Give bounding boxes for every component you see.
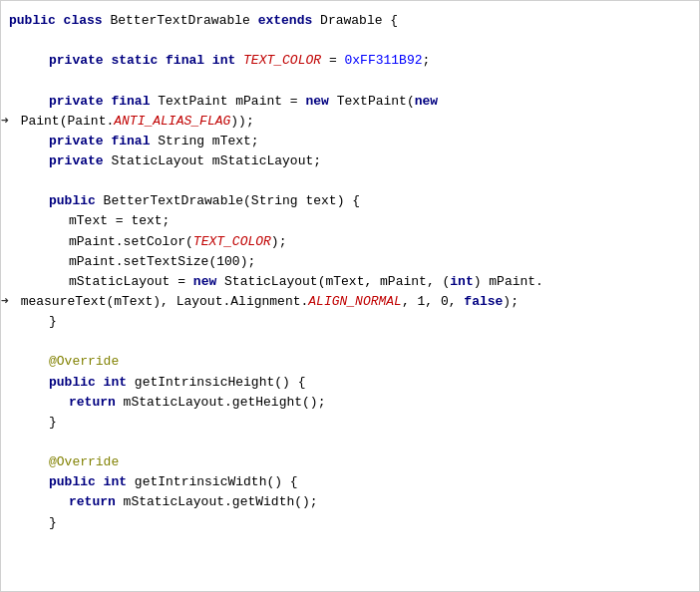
code-line-17: public int getIntrinsicHeight() { <box>1 373 699 393</box>
keyword-static: static <box>111 51 166 71</box>
code-line-5b: ➜ Paint(Paint.ANTI_ALIAS_FLAG)); <box>1 112 699 132</box>
code-editor: public class BetterTextDrawable extends … <box>0 0 700 592</box>
wrap-arrow-2: ➜ <box>1 292 21 312</box>
hex-value: 0xFF311B92 <box>344 51 422 71</box>
code-line-13a: mStaticLayout = new StaticLayout(mText, … <box>1 272 699 292</box>
code-line-16: @Override <box>1 352 699 372</box>
punct-end: ); <box>503 292 519 312</box>
keyword-int2: int <box>104 373 135 393</box>
code-line-11: mPaint.setColor(TEXT_COLOR); <box>1 232 699 252</box>
keyword-final: final <box>166 51 212 71</box>
brace-close1: } <box>49 312 57 332</box>
code-line-18: return mStaticLayout.getHeight(); <box>1 393 699 413</box>
code-line-9: public BetterTextDrawable(String text) { <box>1 191 699 211</box>
code-line-15 <box>1 332 699 352</box>
punct-close: )); <box>230 112 253 132</box>
code-line-21: @Override <box>1 452 699 472</box>
const-text-color2: TEXT_COLOR <box>193 232 271 252</box>
keyword-private4: private <box>49 151 111 171</box>
stmt-measure: measureText(mText), Layout.Alignment. <box>21 292 309 312</box>
stmt-settextsize: mPaint.setTextSize(100); <box>69 252 255 272</box>
code-line-8 <box>1 171 699 191</box>
wrap-arrow-1: ➜ <box>1 112 21 132</box>
keyword-return1: return <box>69 393 124 413</box>
code-line-19: } <box>1 413 699 433</box>
code-line-2 <box>1 31 699 51</box>
keyword-final2: final <box>111 132 158 151</box>
code-line-14: } <box>1 312 699 332</box>
keyword-public3: public <box>49 373 104 393</box>
keyword-final: final <box>111 92 158 112</box>
keyword-public4: public <box>49 472 104 492</box>
type-staticlayout: StaticLayout mStaticLayout; <box>111 151 321 171</box>
keyword-private2: private <box>49 92 111 112</box>
textpaint-call: TextPaint( <box>337 92 415 112</box>
brace-close2: } <box>49 413 57 433</box>
method-width: getIntrinsicWidth() { <box>135 472 298 492</box>
stmt-mtext: mText = text; <box>69 211 170 231</box>
code-line-10: mText = text; <box>1 211 699 231</box>
stmt-getwidth: mStaticLayout.getWidth(); <box>124 492 318 512</box>
code-line-5a: private final TextPaint mPaint = new Tex… <box>1 92 699 112</box>
punct-semi: ; <box>423 51 431 71</box>
keyword-int3: int <box>104 472 135 492</box>
cast-int: int <box>450 272 473 292</box>
paint-call: Paint(Paint. <box>21 112 115 132</box>
const-align-normal: ALIGN_NORMAL <box>308 292 402 312</box>
code-line-7: private StaticLayout mStaticLayout; <box>1 151 699 171</box>
code-line-13b: ➜ measureText(mText), Layout.Alignment.A… <box>1 292 699 312</box>
code-line-1: public class BetterTextDrawable extends … <box>1 11 699 31</box>
annotation-override2: @Override <box>49 452 119 472</box>
punct-params: , 1, 0, <box>402 292 464 312</box>
bool-false: false <box>464 292 503 312</box>
staticlayout-call: StaticLayout(mText, mPaint, ( <box>224 272 450 292</box>
type-string: String mText; <box>158 132 258 151</box>
const-text-color: TEXT_COLOR <box>243 51 321 71</box>
keyword-return2: return <box>69 492 124 512</box>
stmt-staticlayout: mStaticLayout = <box>69 272 193 292</box>
stmt-setcolor: mPaint.setColor( <box>69 232 193 252</box>
type-textpaint: TextPaint mPaint = <box>158 92 305 112</box>
brace-close3: } <box>49 513 57 533</box>
code-line-24: } <box>1 513 699 533</box>
extends-class: Drawable { <box>320 11 398 31</box>
stmt-getheight: mStaticLayout.getHeight(); <box>124 393 326 413</box>
cast-close: ) mPaint. <box>474 272 543 292</box>
code-line-23: return mStaticLayout.getWidth(); <box>1 492 699 512</box>
punct-semi2: ); <box>271 232 287 252</box>
method-height: getIntrinsicHeight() { <box>135 373 306 393</box>
annotation-override1: @Override <box>49 352 119 372</box>
keyword-new: new <box>305 92 336 112</box>
classname: BetterTextDrawable <box>110 11 257 31</box>
const-anti-alias: ANTI_ALIAS_FLAG <box>114 112 230 132</box>
code-line-3: private static final int TEXT_COLOR = 0x… <box>1 51 699 71</box>
code-line-20 <box>1 433 699 452</box>
keyword-new2: new <box>415 92 438 112</box>
keyword-new3: new <box>193 272 224 292</box>
code-line-4 <box>1 71 699 91</box>
keyword-extends: extends <box>258 11 320 31</box>
keyword-private3: private <box>49 132 111 151</box>
keyword-class: class <box>64 11 111 31</box>
code-line-6: private final String mText; <box>1 132 699 151</box>
keyword-public: public <box>9 11 64 31</box>
keyword-private: private <box>49 51 111 71</box>
punct-assign: = <box>321 51 344 71</box>
keyword-public2: public <box>49 191 104 211</box>
constructor-sig: BetterTextDrawable(String text) { <box>104 191 360 211</box>
code-line-12: mPaint.setTextSize(100); <box>1 252 699 272</box>
keyword-int: int <box>212 51 243 71</box>
code-line-22: public int getIntrinsicWidth() { <box>1 472 699 492</box>
